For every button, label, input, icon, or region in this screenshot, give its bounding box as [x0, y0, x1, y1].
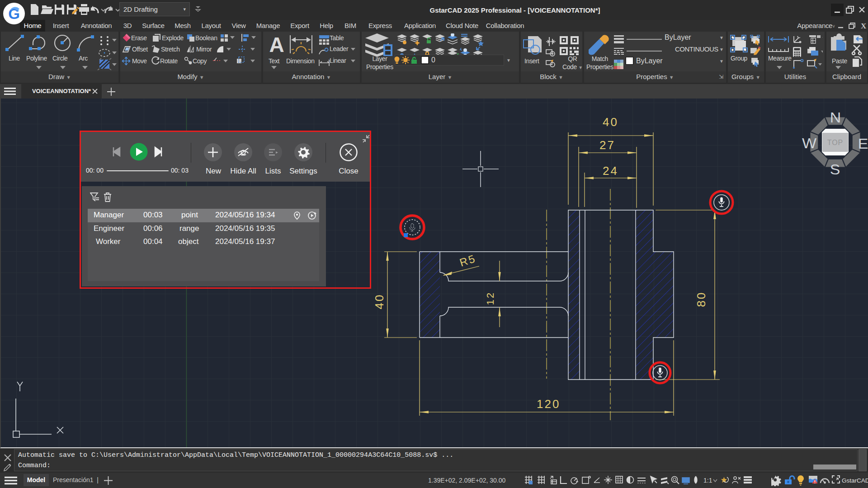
svg-text:40: 40	[373, 294, 386, 310]
svg-text:S: S	[830, 161, 840, 177]
svg-text:N: N	[830, 109, 841, 125]
svg-text:120: 120	[537, 397, 560, 411]
svg-text:E: E	[858, 136, 868, 151]
svg-text:80: 80	[694, 291, 708, 307]
svg-text:X: X	[861, 22, 867, 30]
svg-text:40: 40	[603, 115, 618, 129]
svg-text:24: 24	[603, 164, 618, 178]
svg-text:GstarCAD: GstarCAD	[842, 477, 868, 484]
svg-text:R5: R5	[458, 252, 477, 269]
svg-text:1:1: 1:1	[703, 477, 712, 484]
svg-text:12: 12	[485, 291, 496, 305]
svg-text:W: W	[802, 135, 816, 151]
svg-text:27: 27	[599, 138, 615, 152]
